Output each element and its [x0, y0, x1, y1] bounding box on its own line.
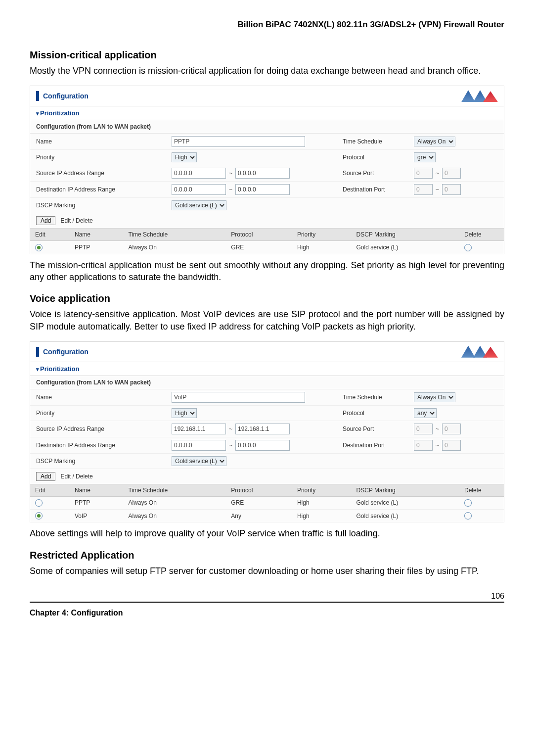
th-edit: Edit: [30, 484, 70, 497]
th-priority: Priority: [292, 229, 352, 241]
section1-heading: Mission-critical application: [30, 49, 504, 61]
title-bar-icon: [36, 91, 39, 101]
edit-radio[interactable]: [35, 244, 43, 251]
dst-ip-from[interactable]: [172, 440, 226, 451]
th-priority: Priority: [292, 484, 352, 497]
dst-ip-to[interactable]: [235, 184, 290, 195]
label-name: Name: [30, 136, 166, 147]
label-name: Name: [30, 391, 166, 403]
table-row: PPTP Always On GRE High Gold service (L): [30, 241, 504, 254]
config-panel-1: Configuration Prioritization Configurati…: [30, 86, 504, 254]
dst-port-from: [414, 184, 433, 195]
label-src-port: Source Port: [337, 423, 408, 435]
src-ip-from[interactable]: [172, 168, 226, 179]
section2-after: Above settings will help to improve qual…: [30, 527, 504, 539]
label-dscp: DSCP Marking: [30, 455, 166, 467]
dscp-select[interactable]: Gold service (L): [172, 200, 226, 210]
dscp-select[interactable]: Gold service (L): [172, 456, 226, 466]
th-time: Time Schedule: [124, 229, 226, 241]
rules-table: Edit Name Time Schedule Protocol Priorit…: [30, 229, 504, 254]
label-protocol: Protocol: [337, 151, 408, 163]
table-row: PPTP Always On GRE High Gold service (L): [30, 496, 504, 509]
time-schedule-select[interactable]: Always On: [414, 137, 455, 146]
brand-logo: [463, 90, 498, 102]
label-dst-ip: Destination IP Address Range: [30, 184, 166, 195]
src-ip-to[interactable]: [235, 168, 290, 179]
name-input[interactable]: [172, 136, 305, 147]
section-prioritization[interactable]: Prioritization: [30, 106, 504, 120]
panel-title: Configuration: [43, 348, 463, 356]
name-input[interactable]: [172, 392, 305, 403]
add-button[interactable]: Add: [36, 472, 55, 481]
edit-delete-text: Edit / Delete: [60, 217, 92, 224]
panel-title: Configuration: [43, 92, 463, 100]
th-protocol: Protocol: [226, 229, 292, 241]
footer-rule: [30, 602, 504, 603]
src-ip-to[interactable]: [235, 424, 290, 434]
th-name: Name: [70, 229, 124, 241]
th-delete: Delete: [459, 484, 504, 497]
section1-after: The mission-critical application must be…: [30, 259, 504, 284]
edit-radio[interactable]: [35, 499, 43, 507]
th-edit: Edit: [30, 229, 70, 241]
add-button[interactable]: Add: [36, 216, 55, 225]
protocol-select[interactable]: any: [414, 408, 437, 418]
src-port-from: [414, 424, 433, 434]
footer-chapter: Chapter 4: Configuration: [30, 609, 123, 617]
table-row: VoIP Always On Any High Gold service (L): [30, 510, 504, 522]
label-priority: Priority: [30, 407, 166, 419]
th-dscp: DSCP Marking: [352, 229, 459, 241]
section-sub: Configuration (from LAN to WAN packet): [30, 376, 504, 389]
label-src-port: Source Port: [337, 167, 408, 179]
src-port-to: [442, 424, 461, 434]
dst-ip-to[interactable]: [235, 440, 290, 451]
th-protocol: Protocol: [226, 484, 292, 497]
tilde-icon: ~: [435, 425, 440, 432]
th-dscp: DSCP Marking: [352, 484, 459, 497]
label-time-schedule: Time Schedule: [337, 391, 408, 403]
time-schedule-select[interactable]: Always On: [414, 392, 455, 402]
src-port-to: [442, 168, 461, 179]
section1-para: Mostly the VPN connection is mission-cri…: [30, 65, 504, 77]
label-src-ip: Source IP Address Range: [30, 423, 166, 435]
dst-port-to: [442, 440, 461, 451]
section3-heading: Restricted Application: [30, 550, 504, 561]
label-src-ip: Source IP Address Range: [30, 167, 166, 179]
src-port-from: [414, 168, 433, 179]
dst-ip-from[interactable]: [172, 184, 226, 195]
label-priority: Priority: [30, 151, 166, 163]
delete-radio[interactable]: [464, 499, 472, 507]
edit-delete-text: Edit / Delete: [60, 473, 92, 480]
delete-radio[interactable]: [464, 512, 472, 520]
section-prioritization[interactable]: Prioritization: [30, 362, 504, 376]
tilde-icon: ~: [435, 442, 440, 449]
delete-radio[interactable]: [464, 244, 472, 251]
tilde-icon: ~: [228, 170, 233, 177]
priority-select[interactable]: High: [172, 408, 197, 418]
edit-radio[interactable]: [35, 512, 43, 520]
section3-para: Some of companies will setup FTP server …: [30, 565, 504, 577]
tilde-icon: ~: [435, 186, 440, 193]
tilde-icon: ~: [228, 186, 233, 193]
brand-logo: [463, 346, 498, 358]
label-dst-ip: Destination IP Address Range: [30, 439, 166, 451]
title-bar-icon: [36, 347, 39, 357]
label-protocol: Protocol: [337, 407, 408, 419]
section2-para: Voice is latency-sensitive application. …: [30, 308, 504, 332]
src-ip-from[interactable]: [172, 424, 226, 434]
dst-port-to: [442, 184, 461, 195]
th-time: Time Schedule: [124, 484, 226, 497]
priority-select[interactable]: High: [172, 152, 197, 162]
label-dst-port: Destination Port: [337, 439, 408, 451]
section2-heading: Voice application: [30, 293, 504, 304]
page-number: 106: [30, 592, 504, 601]
label-dst-port: Destination Port: [337, 184, 408, 195]
protocol-select[interactable]: gre: [414, 152, 436, 162]
th-name: Name: [70, 484, 124, 497]
th-delete: Delete: [459, 229, 504, 241]
doc-header: Billion BiPAC 7402NX(L) 802.11n 3G/ADSL2…: [30, 20, 504, 30]
section-sub: Configuration (from LAN to WAN packet): [30, 120, 504, 134]
rules-table: Edit Name Time Schedule Protocol Priorit…: [30, 484, 504, 523]
label-dscp: DSCP Marking: [30, 199, 166, 211]
tilde-icon: ~: [228, 442, 233, 449]
